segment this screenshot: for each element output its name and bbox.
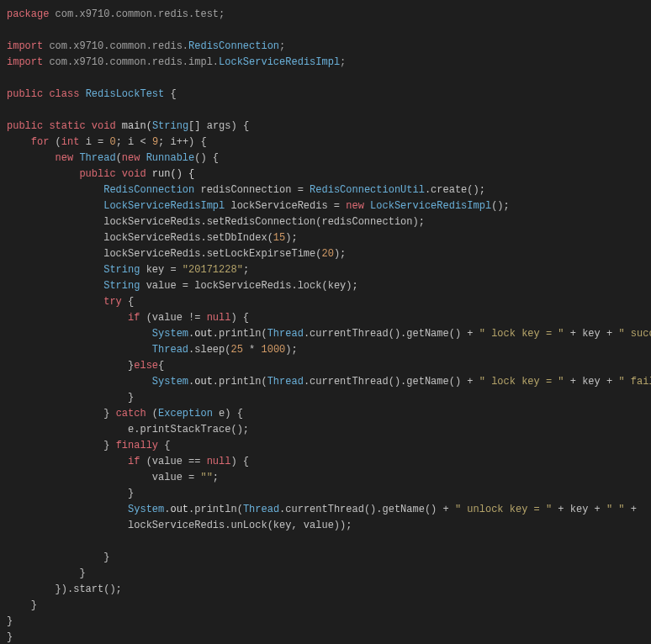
code-line: }	[7, 392, 134, 404]
code-line: }	[7, 488, 134, 499]
code-line: System.out.println(Thread.currentThread(…	[7, 376, 651, 388]
code-line: }else{	[7, 360, 164, 372]
code-line: for (int i = 0; i < 9; i++) {	[7, 136, 207, 148]
code-line	[7, 72, 13, 84]
code-line: try {	[7, 296, 134, 308]
code-line: System.out.println(Thread.currentThread(…	[7, 328, 651, 340]
code-line: }	[7, 631, 13, 643]
code-line	[7, 536, 13, 547]
code-line: public class RedisLockTest {	[7, 88, 177, 100]
code-line: }).start();	[7, 583, 122, 595]
code-line	[7, 104, 13, 116]
code-line: }	[7, 552, 109, 563]
code-line: } finally {	[7, 440, 170, 451]
code-line	[7, 24, 13, 36]
code-line: String value = lockServiceRedis.lock(key…	[7, 280, 358, 292]
code-line: LockServiceRedisImpl lockServiceRedis = …	[7, 200, 510, 212]
code-line: RedisConnection redisConnection = RedisC…	[7, 184, 485, 196]
code-line: String key = "20171228";	[7, 264, 249, 276]
code-line: lockServiceRedis.unLock(key, value));	[7, 520, 352, 531]
code-line: if (value == null) {	[7, 456, 249, 467]
code-line: import com.x9710.common.redis.impl.LockS…	[7, 56, 346, 68]
code-line: new Thread(new Runnable() {	[7, 152, 219, 164]
code-line: }	[7, 567, 86, 579]
code-line: lockServiceRedis.setRedisConnection(redi…	[7, 216, 425, 228]
code-line: System.out.println(Thread.currentThread(…	[7, 504, 643, 515]
code-line: lockServiceRedis.setLockExpirseTime(20);	[7, 248, 346, 260]
code-line: public void run() {	[7, 168, 194, 180]
code-line: }	[7, 615, 13, 627]
code-line: import com.x9710.common.redis.RedisConne…	[7, 40, 285, 52]
code-line: value = "";	[7, 472, 219, 483]
code-line: if (value != null) {	[7, 312, 249, 324]
code-line: lockServiceRedis.setDbIndex(15);	[7, 232, 298, 244]
code-line: package com.x9710.common.redis.test;	[7, 8, 225, 20]
code-line: }	[7, 599, 37, 611]
code-editor[interactable]: package com.x9710.common.redis.test; imp…	[7, 7, 644, 644]
code-line: public static void main(String[] args) {	[7, 120, 249, 132]
code-line: e.printStackTrace();	[7, 424, 249, 435]
code-line: Thread.sleep(25 * 1000);	[7, 344, 298, 356]
code-line: } catch (Exception e) {	[7, 408, 243, 420]
